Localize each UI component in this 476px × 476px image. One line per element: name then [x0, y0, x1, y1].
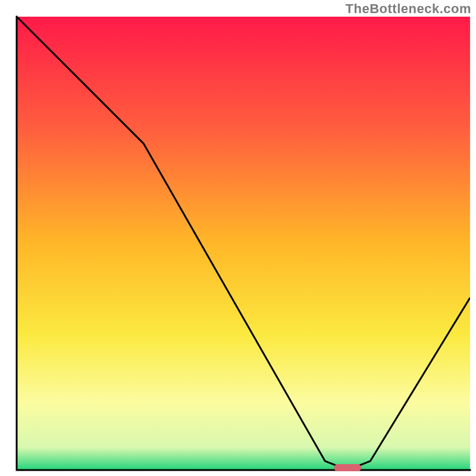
- chart-container: TheBottleneck.com: [0, 0, 476, 476]
- bottleneck-chart: [0, 0, 476, 476]
- optimal-marker: [334, 464, 361, 471]
